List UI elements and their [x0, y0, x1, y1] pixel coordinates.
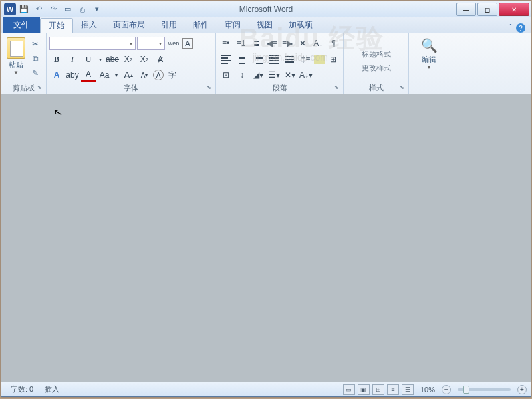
paste-button[interactable]: 粘贴 ▼ [4, 35, 28, 83]
group-styles-label: 样式 [346, 83, 406, 94]
status-bar: 字数: 0 插入 ▭ ▣ ⊞ ≡ ☰ 10% − + [1, 382, 531, 396]
character-shading-icon[interactable]: 字 [165, 68, 180, 82]
paste-label: 粘贴 [9, 60, 23, 70]
group-font: ▾ ▾ wén A B I U ▾ abe X2 X2 A̷ [47, 33, 216, 94]
outline-view-icon[interactable]: ≡ [387, 384, 399, 395]
find-icon[interactable]: 🔍 [421, 37, 438, 53]
asian-layout-icon[interactable]: ✕ [296, 37, 310, 50]
italic-button[interactable]: I [65, 53, 80, 66]
qat-redo-icon[interactable]: ↷ [47, 3, 60, 16]
change-case-dropdown-icon[interactable]: ▾ [113, 68, 120, 82]
change-styles-button[interactable]: 更改样式 [362, 63, 391, 73]
tab-review[interactable]: 审阅 [217, 17, 249, 33]
tab-references[interactable]: 引用 [153, 17, 185, 33]
window-controls: — ◻ ✕ [456, 2, 531, 16]
sort-dropdown-icon[interactable]: A↓▾ [299, 68, 313, 82]
text-effects-icon[interactable]: A [49, 68, 64, 82]
align-center-icon[interactable] [235, 53, 249, 66]
multilevel-list-icon[interactable]: ≣ [249, 37, 263, 50]
change-case-icon[interactable]: Aa [97, 68, 112, 82]
font-family-combo[interactable]: ▾ [49, 37, 136, 50]
underline-button[interactable]: U [81, 53, 96, 66]
group-clipboard: 粘贴 ▼ ✂ ⧉ ✎ 剪贴板 [1, 33, 47, 94]
enclose-characters-icon[interactable]: A [153, 70, 164, 80]
tab-addins[interactable]: 加载项 [281, 17, 321, 33]
borders-dropdown-icon[interactable]: ☰▾ [267, 68, 281, 82]
draft-view-icon[interactable]: ☰ [402, 384, 414, 395]
editing-label: 编辑 [422, 55, 436, 65]
align-left-icon[interactable] [219, 53, 233, 66]
app-window: W 💾 ↶ ↷ ▭ ⎙ ▾ Microsoft Word — ◻ ✕ 文件 开始… [1, 1, 531, 397]
font-color-icon[interactable]: A [81, 68, 96, 82]
copy-icon[interactable]: ⧉ [28, 52, 43, 65]
tab-home[interactable]: 开始 [40, 18, 73, 33]
group-clipboard-label: 剪贴板 [4, 83, 43, 94]
decrease-indent-icon[interactable]: ◀≡ [265, 37, 279, 50]
phonetic-guide-icon[interactable]: wén [166, 37, 181, 50]
strikethrough-button[interactable]: abe [105, 53, 120, 66]
title-bar: W 💾 ↶ ↷ ▭ ⎙ ▾ Microsoft Word — ◻ ✕ [1, 1, 531, 17]
align-right-icon[interactable] [251, 53, 265, 66]
cut-icon[interactable]: ✂ [28, 37, 43, 51]
fullscreen-reading-view-icon[interactable]: ▣ [358, 384, 370, 395]
subscript-button[interactable]: X2 [121, 53, 136, 66]
help-icon[interactable]: ? [516, 23, 525, 33]
bullets-icon[interactable]: ≡• [219, 37, 233, 50]
quick-styles-button[interactable]: 标题格式 [362, 49, 391, 59]
numbering-icon[interactable]: ≡1 [234, 37, 248, 50]
snap-to-grid-icon[interactable]: ⊡ [219, 68, 233, 82]
document-area[interactable]: ↖ [1, 94, 531, 382]
distributed-icon[interactable] [283, 53, 297, 66]
shading-icon[interactable] [314, 55, 325, 64]
maximize-button[interactable]: ◻ [477, 3, 497, 16]
line-spacing-icon[interactable]: ‡≡ [298, 53, 313, 66]
qat-print-icon[interactable]: ⎙ [76, 3, 89, 16]
zoom-level[interactable]: 10% [420, 386, 435, 394]
close-button[interactable]: ✕ [499, 3, 529, 16]
qat-undo-icon[interactable]: ↶ [32, 3, 45, 16]
zoom-in-button[interactable]: + [517, 385, 527, 394]
ribbon: 粘贴 ▼ ✂ ⧉ ✎ 剪贴板 ▾ ▾ wén A [1, 33, 531, 94]
superscript-button[interactable]: X2 [137, 53, 152, 66]
character-border-icon[interactable]: A [182, 38, 193, 49]
qat-customize-icon[interactable]: ▾ [90, 3, 104, 16]
window-title: Microsoft Word [239, 5, 293, 14]
quick-access-toolbar: W 💾 ↶ ↷ ▭ ⎙ ▾ [1, 3, 104, 16]
tab-insert[interactable]: 插入 [73, 17, 105, 33]
justify-icon[interactable] [267, 53, 281, 66]
insert-mode-status[interactable]: 插入 [39, 382, 65, 396]
minimize-button[interactable]: — [456, 3, 476, 16]
qat-new-icon[interactable]: ▭ [61, 3, 74, 16]
group-paragraph-label: 段落 [219, 83, 340, 94]
clear-formatting-icon[interactable]: A̷ [153, 53, 168, 66]
zoom-slider-thumb[interactable] [463, 386, 469, 394]
shrink-font-icon[interactable]: A▾ [137, 68, 152, 82]
asian-dropdown-icon[interactable]: ✕▾ [283, 68, 297, 82]
sort-icon[interactable]: A↓ [311, 37, 325, 50]
format-painter-icon[interactable]: ✎ [28, 66, 43, 80]
qat-save-icon[interactable]: 💾 [17, 3, 31, 16]
show-marks-icon[interactable]: ¶ [327, 37, 340, 50]
tab-page-layout[interactable]: 页面布局 [105, 17, 153, 33]
underline-dropdown-icon[interactable]: ▾ [97, 53, 104, 66]
increase-indent-icon[interactable]: ≡▶ [281, 37, 295, 50]
minimize-ribbon-icon[interactable]: ˆ [509, 23, 512, 33]
app-icon[interactable]: W [4, 3, 16, 15]
word-count-status[interactable]: 字数: 0 [5, 382, 39, 396]
highlight-color-icon[interactable]: aby [65, 68, 80, 82]
shading-dropdown-icon[interactable]: ◢▾ [251, 68, 265, 82]
grow-font-icon[interactable]: A▴ [121, 68, 136, 82]
group-paragraph: ≡• ≡1 ≣ ◀≡ ≡▶ ✕ A↓ ¶ [216, 33, 344, 94]
web-layout-view-icon[interactable]: ⊞ [372, 384, 384, 395]
print-layout-view-icon[interactable]: ▭ [343, 384, 355, 395]
paste-icon [7, 37, 25, 59]
font-size-combo[interactable]: ▾ [137, 37, 165, 50]
text-direction-icon[interactable]: ↕ [235, 68, 249, 82]
bold-button[interactable]: B [49, 53, 64, 66]
tab-view[interactable]: 视图 [249, 17, 281, 33]
tab-file[interactable]: 文件 [3, 17, 40, 33]
tab-mailings[interactable]: 邮件 [185, 17, 217, 33]
zoom-out-button[interactable]: − [442, 385, 451, 394]
zoom-slider[interactable] [458, 388, 511, 391]
borders-icon[interactable]: ⊞ [326, 53, 340, 66]
